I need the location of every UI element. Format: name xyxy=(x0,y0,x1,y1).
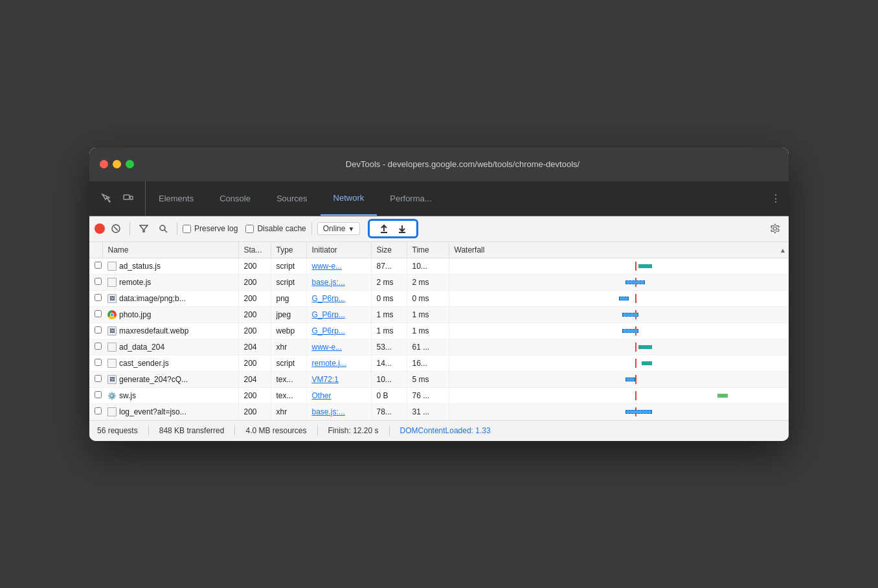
filter-icon[interactable] xyxy=(135,220,152,237)
close-button[interactable] xyxy=(100,160,108,168)
row-initiator[interactable]: Other xyxy=(306,387,371,403)
row-waterfall xyxy=(449,322,789,339)
row-initiator[interactable]: www-e... xyxy=(306,258,371,274)
minimize-button[interactable] xyxy=(113,160,121,168)
online-dropdown[interactable]: Online ▼ xyxy=(317,222,361,235)
row-name[interactable]: ad_status.js xyxy=(102,258,238,274)
tab-console[interactable]: Console xyxy=(207,181,264,216)
row-checkbox[interactable] xyxy=(95,294,102,301)
col-size-header[interactable]: Size xyxy=(371,242,407,258)
resources-size: 4.0 MB resources xyxy=(245,426,306,435)
row-checkbox[interactable] xyxy=(95,343,102,350)
row-initiator[interactable]: VM72:1 xyxy=(306,371,371,387)
row-initiator[interactable]: www-e... xyxy=(306,339,371,355)
table-row[interactable]: 🖼 generate_204?cQ... 204 tex... VM72:1 1… xyxy=(89,371,789,387)
row-name[interactable]: 🖼 data:image/png;b... xyxy=(102,290,238,306)
row-name[interactable]: log_event?alt=jso... xyxy=(102,403,238,420)
upload-button[interactable] xyxy=(379,223,389,234)
finish-time: Finish: 12.20 s xyxy=(328,426,379,435)
row-initiator[interactable]: G_P6rp... xyxy=(306,322,371,339)
row-name[interactable]: remote.js xyxy=(102,274,238,290)
row-status: 200 xyxy=(238,274,271,290)
svg-rect-0 xyxy=(124,195,129,199)
table-row[interactable]: ad_status.js 200 script www-e... 87... 1… xyxy=(89,258,789,274)
maximize-button[interactable] xyxy=(126,160,134,168)
titlebar: DevTools - developers.google.com/web/too… xyxy=(89,148,789,181)
col-waterfall-header[interactable]: Waterfall ▲ xyxy=(449,242,789,258)
row-time: 1 ms xyxy=(407,306,449,322)
row-initiator[interactable]: G_P6rp... xyxy=(306,290,371,306)
col-name-header[interactable]: Name xyxy=(102,242,238,258)
table-row[interactable]: ad_data_204 204 xhr www-e... 53... 61 ..… xyxy=(89,339,789,355)
row-status: 204 xyxy=(238,339,271,355)
more-tabs-button[interactable]: ⋮ xyxy=(763,181,789,216)
row-checkbox[interactable] xyxy=(95,359,102,366)
table-header: Name Sta... Type Initiator Size xyxy=(89,242,789,258)
preserve-log-label[interactable]: Preserve log xyxy=(183,224,238,233)
row-initiator[interactable]: base.js:... xyxy=(306,403,371,420)
clear-button[interactable] xyxy=(107,220,124,237)
disable-cache-checkbox[interactable] xyxy=(245,225,254,233)
record-button[interactable] xyxy=(95,223,105,234)
table-row[interactable]: photo.jpg 200 jpeg G_P6rp... 1 ms 1 ms xyxy=(89,306,789,322)
row-name[interactable]: photo.jpg xyxy=(102,306,238,322)
row-size: 0 B xyxy=(371,387,407,403)
device-icon[interactable] xyxy=(119,189,137,207)
row-time: 76 ... xyxy=(407,387,449,403)
row-waterfall xyxy=(449,387,789,403)
row-name[interactable]: cast_sender.js xyxy=(102,355,238,371)
row-initiator[interactable]: base.js:... xyxy=(306,274,371,290)
disable-cache-label[interactable]: Disable cache xyxy=(245,224,306,233)
preserve-log-checkbox[interactable] xyxy=(183,225,191,233)
row-checkbox-cell xyxy=(89,387,102,403)
col-status-header[interactable]: Sta... xyxy=(238,242,271,258)
tab-elements[interactable]: Elements xyxy=(146,181,207,216)
row-initiator[interactable]: remote.j... xyxy=(306,355,371,371)
row-type: tex... xyxy=(271,371,306,387)
row-checkbox[interactable] xyxy=(95,407,102,414)
tab-network[interactable]: Network xyxy=(321,181,377,216)
row-checkbox[interactable] xyxy=(95,262,102,269)
row-size: 1 ms xyxy=(371,322,407,339)
row-checkbox[interactable] xyxy=(95,326,102,334)
row-type: script xyxy=(271,274,306,290)
settings-icon[interactable] xyxy=(767,220,783,237)
traffic-lights xyxy=(100,160,134,168)
inspect-icon[interactable] xyxy=(97,189,115,207)
table-row[interactable]: 🖼 maxresdefault.webp 200 webp G_P6rp... … xyxy=(89,322,789,339)
row-initiator[interactable]: G_P6rp... xyxy=(306,306,371,322)
network-table: Name Sta... Type Initiator Size xyxy=(89,242,789,420)
row-name[interactable]: ad_data_204 xyxy=(102,339,238,355)
col-time-header[interactable]: Time xyxy=(407,242,449,258)
row-size: 10... xyxy=(371,371,407,387)
network-table-container[interactable]: Name Sta... Type Initiator Size xyxy=(89,242,789,420)
table-row[interactable]: remote.js 200 script base.js:... 2 ms 2 … xyxy=(89,274,789,290)
row-size: 53... xyxy=(371,339,407,355)
col-initiator-header[interactable]: Initiator xyxy=(306,242,371,258)
search-icon[interactable] xyxy=(155,220,172,237)
row-waterfall xyxy=(449,258,789,274)
table-row[interactable]: log_event?alt=jso... 200 xhr base.js:...… xyxy=(89,403,789,420)
row-checkbox[interactable] xyxy=(95,391,102,398)
upload-download-box xyxy=(368,219,418,238)
row-name[interactable]: 🖼 generate_204?cQ... xyxy=(102,371,238,387)
row-checkbox[interactable] xyxy=(95,310,102,317)
row-type: script xyxy=(271,355,306,371)
tab-sources[interactable]: Sources xyxy=(264,181,321,216)
row-size: 2 ms xyxy=(371,274,407,290)
devtools-icons xyxy=(89,181,146,216)
row-type: script xyxy=(271,258,306,274)
separator-2 xyxy=(177,222,177,235)
table-row[interactable]: cast_sender.js 200 script remote.j... 14… xyxy=(89,355,789,371)
table-row[interactable]: ⚙️ sw.js 200 tex... Other 0 B 76 ... xyxy=(89,387,789,403)
row-status: 200 xyxy=(238,403,271,420)
tab-performance[interactable]: Performa... xyxy=(377,181,444,216)
col-type-header[interactable]: Type xyxy=(271,242,306,258)
status-sep-4 xyxy=(389,425,390,436)
row-name[interactable]: ⚙️ sw.js xyxy=(102,387,238,403)
table-row[interactable]: 🖼 data:image/png;b... 200 png G_P6rp... … xyxy=(89,290,789,306)
row-name[interactable]: 🖼 maxresdefault.webp xyxy=(102,322,238,339)
download-button[interactable] xyxy=(397,223,407,234)
row-checkbox[interactable] xyxy=(95,375,102,382)
row-checkbox[interactable] xyxy=(95,278,102,285)
